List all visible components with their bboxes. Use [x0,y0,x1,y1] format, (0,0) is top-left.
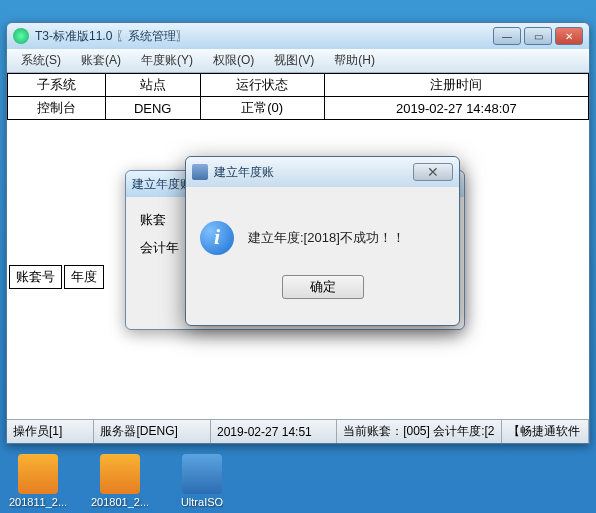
label-account: 账套 [140,211,166,229]
status-table: 子系统 站点 运行状态 注册时间 控制台 DENG 正常(0) 2019-02-… [7,73,589,120]
desktop-label-3: UltraISO [181,496,223,508]
col-runstatus: 运行状态 [200,74,324,97]
desktop-shortcut-2[interactable]: 201801_2... [88,454,152,508]
status-vendor: 【畅捷通软件 [502,420,589,443]
dialog-close-button[interactable]: ✕ [413,163,453,181]
window-title: T3-标准版11.0 〖系统管理〗 [35,28,493,45]
menu-permission[interactable]: 权限(O) [203,49,264,72]
label-year: 会计年 [140,239,179,257]
maximize-button[interactable]: ▭ [524,27,552,45]
cell-station: DENG [105,97,200,120]
col-acct-no: 账套号 [9,265,62,289]
alert-message: 建立年度:[2018]不成功！！ [248,229,405,247]
menu-system[interactable]: 系统(S) [11,49,71,72]
dialog-app-icon [192,164,208,180]
ok-button[interactable]: 确定 [282,275,364,299]
status-operator: 操作员[1] [7,420,94,443]
info-icon [200,221,234,255]
menu-help[interactable]: 帮助(H) [324,49,385,72]
dialog2-title: 建立年度账 [214,164,413,181]
desktop-icons: 201811_2... 201801_2... UltraISO [6,454,234,508]
menubar: 系统(S) 账套(A) 年度账(Y) 权限(O) 视图(V) 帮助(H) [7,49,589,73]
status-time: 2019-02-27 14:51 [211,420,337,443]
app-icon [13,28,29,44]
cell-runstatus: 正常(0) [200,97,324,120]
table-row[interactable]: 控制台 DENG 正常(0) 2019-02-27 14:48:07 [8,97,589,120]
dialog2-titlebar[interactable]: 建立年度账 ✕ [186,157,459,187]
main-titlebar[interactable]: T3-标准版11.0 〖系统管理〗 — ▭ ✕ [7,23,589,49]
menu-view[interactable]: 视图(V) [264,49,324,72]
cell-regtime: 2019-02-27 14:48:07 [324,97,588,120]
col-subsystem: 子系统 [8,74,106,97]
desktop-label-1: 201811_2... [9,496,67,508]
col-station: 站点 [105,74,200,97]
cell-subsystem: 控制台 [8,97,106,120]
menu-account[interactable]: 账套(A) [71,49,131,72]
ultraiso-icon [182,454,222,494]
desktop-shortcut-3[interactable]: UltraISO [170,454,234,508]
status-account: 当前账套：[005] 会计年度:[2 [337,420,501,443]
file-icon [18,454,58,494]
col-year: 年度 [64,265,104,289]
menu-year[interactable]: 年度账(Y) [131,49,203,72]
status-server: 服务器[DENG] [94,420,211,443]
statusbar: 操作员[1] 服务器[DENG] 2019-02-27 14:51 当前账套：[… [7,419,589,443]
file-icon [100,454,140,494]
alert-dialog: 建立年度账 ✕ 建立年度:[2018]不成功！！ 确定 [185,156,460,326]
desktop-shortcut-1[interactable]: 201811_2... [6,454,70,508]
col-regtime: 注册时间 [324,74,588,97]
desktop-label-2: 201801_2... [91,496,149,508]
minimize-button[interactable]: — [493,27,521,45]
close-button[interactable]: ✕ [555,27,583,45]
lower-table: 账套号 年度 [7,263,106,291]
